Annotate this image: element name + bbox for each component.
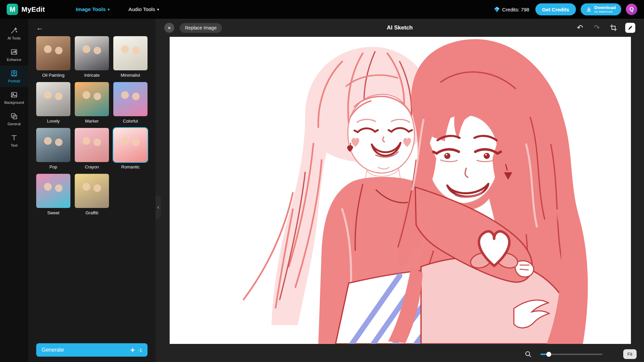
style-label: Pop (36, 164, 70, 169)
download-sublabel: No Watermark (594, 10, 612, 13)
style-label: Marker (75, 119, 109, 124)
generate-button[interactable]: Generate -1 (36, 343, 148, 357)
brand-name: MyEdit (21, 5, 45, 13)
style-option-romantic[interactable]: Romantic (113, 128, 148, 169)
style-label: Graffiti (75, 210, 109, 215)
brand-logo[interactable]: M MyEdit (7, 4, 45, 15)
download-button[interactable]: Download No Watermark (581, 3, 622, 15)
style-label: Lovely (36, 119, 70, 124)
style-label: Romantic (113, 164, 148, 169)
editor-main: × Replace Image AI Sketch ↶ ↷ (156, 19, 644, 362)
zoom-slider[interactable] (540, 354, 602, 355)
style-thumbnail[interactable] (36, 128, 70, 162)
nav-audio-tools-label: Audio Tools (128, 6, 155, 12)
chevron-down-icon: ▾ (108, 8, 110, 11)
style-label: Colorful (113, 119, 148, 124)
styles-panel: ← Oil PaintingIntricateMinimalistLovelyM… (28, 19, 156, 362)
background-image-icon (10, 91, 18, 98)
enhance-image-icon (10, 48, 18, 56)
canvas-header: × Replace Image AI Sketch ↶ ↷ (156, 19, 644, 37)
pen-icon (627, 25, 633, 31)
generate-cost: -1 (138, 347, 142, 353)
style-thumbnail[interactable] (75, 36, 109, 70)
style-thumbnail[interactable] (75, 82, 109, 116)
sidebar-label: Portrait (8, 79, 20, 83)
style-thumbnail[interactable] (36, 174, 70, 208)
download-label: Download (594, 5, 616, 10)
close-button[interactable]: × (164, 23, 174, 33)
sidebar-item-ai-tools[interactable]: AI Tools (0, 23, 28, 44)
style-label: Intricate (75, 73, 109, 78)
style-option-crayon[interactable]: Crayon (75, 128, 109, 169)
back-button[interactable]: ← (36, 24, 44, 31)
style-option-colorful[interactable]: Colorful (113, 82, 148, 124)
fit-button[interactable]: Fit (623, 349, 637, 359)
download-icon (586, 7, 592, 12)
crop-button[interactable] (608, 23, 619, 33)
top-bar: M MyEdit Image Tools ▾ Audio Tools ▾ Cre… (0, 0, 644, 19)
sidebar-item-text[interactable]: Text (0, 130, 28, 151)
app-body: AI Tools Enhance Portrait Background Gen… (0, 19, 644, 362)
style-label: Sweet (36, 210, 70, 215)
style-option-oil-painting[interactable]: Oil Painting (36, 36, 70, 78)
top-bar-right: Credits: 798 Get Credits Download No Wat… (494, 3, 637, 15)
credits-label: Credits: 798 (502, 7, 529, 12)
zoom-bar: Fit (525, 349, 637, 359)
undo-button[interactable]: ↶ (575, 23, 585, 33)
nav-audio-tools[interactable]: Audio Tools ▾ (128, 6, 159, 12)
get-credits-button[interactable]: Get Credits (535, 3, 576, 15)
sidebar-label: Background (4, 100, 24, 104)
sketch-artwork (170, 37, 631, 344)
style-thumbnail[interactable] (75, 174, 109, 208)
sidebar-label: AI Tools (8, 36, 21, 40)
style-option-lovely[interactable]: Lovely (36, 82, 70, 124)
style-thumbnail[interactable] (113, 36, 148, 70)
style-label: Oil Painting (36, 73, 70, 78)
magnifier-icon (525, 351, 532, 358)
style-option-intricate[interactable]: Intricate (75, 36, 109, 78)
style-thumbnail[interactable] (36, 36, 70, 70)
sidebar-label: Text (11, 143, 17, 147)
zoom-search-button[interactable] (525, 351, 532, 358)
tool-sidebar: AI Tools Enhance Portrait Background Gen… (0, 19, 28, 362)
top-nav: Image Tools ▾ Audio Tools ▾ (76, 6, 159, 12)
style-option-graffiti[interactable]: Graffiti (75, 174, 109, 215)
portrait-icon (10, 70, 18, 77)
text-icon (10, 134, 18, 141)
chevron-down-icon: ▾ (157, 8, 159, 11)
sidebar-item-portrait[interactable]: Portrait (0, 66, 28, 87)
user-avatar[interactable]: Q (626, 4, 637, 15)
sidebar-item-general[interactable]: General (0, 108, 28, 130)
styles-grid: Oil PaintingIntricateMinimalistLovelyMar… (28, 35, 156, 343)
style-option-minimalist[interactable]: Minimalist (113, 36, 148, 78)
canvas-area: Fit (156, 37, 644, 362)
nav-image-tools[interactable]: Image Tools ▾ (76, 6, 110, 12)
style-thumbnail[interactable] (113, 128, 148, 162)
sidebar-label: Enhance (7, 58, 21, 62)
sidebar-label: General (7, 122, 20, 126)
credits-display: Credits: 798 (494, 6, 529, 12)
sparkle-icon (130, 347, 135, 353)
sidebar-item-background[interactable]: Background (0, 87, 28, 108)
page-title: AI Sketch (156, 24, 644, 31)
redo-button[interactable]: ↷ (592, 23, 602, 33)
overlapping-squares-icon (10, 113, 18, 120)
style-option-marker[interactable]: Marker (75, 82, 109, 124)
generate-label: Generate (42, 347, 64, 353)
style-thumbnail[interactable] (75, 128, 109, 162)
credit-diamond-icon (494, 6, 500, 12)
style-option-sweet[interactable]: Sweet (36, 174, 70, 215)
nav-image-tools-label: Image Tools (76, 6, 106, 12)
myedit-logo-icon: M (7, 4, 18, 15)
style-thumbnail[interactable] (36, 82, 70, 116)
replace-image-button[interactable]: Replace Image (180, 23, 222, 33)
style-label: Minimalist (113, 73, 148, 78)
panel-collapse-handle[interactable]: ‹ (156, 196, 161, 219)
style-option-pop[interactable]: Pop (36, 128, 70, 169)
crop-icon (610, 24, 617, 31)
style-label: Crayon (75, 164, 109, 169)
sidebar-item-enhance[interactable]: Enhance (0, 44, 28, 66)
sketch-tool-button[interactable] (625, 23, 635, 33)
zoom-slider-thumb[interactable] (546, 352, 551, 357)
style-thumbnail[interactable] (113, 82, 148, 116)
